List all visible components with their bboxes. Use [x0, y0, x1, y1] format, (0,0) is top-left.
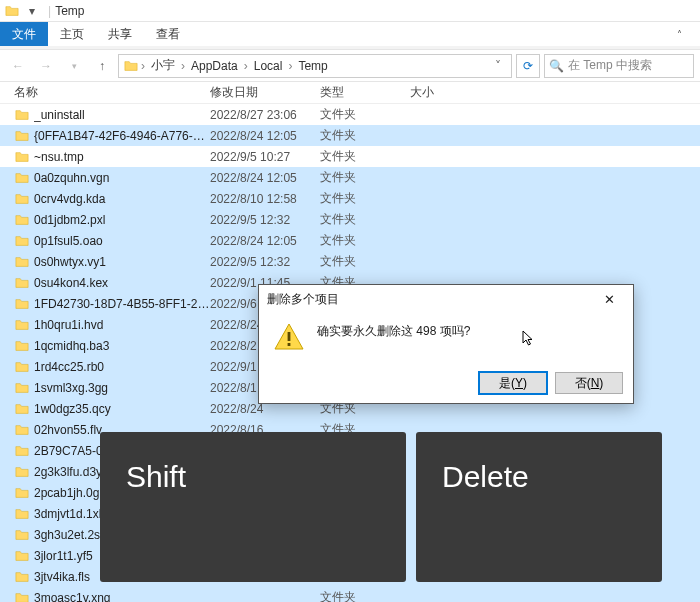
breadcrumb-segment[interactable]: 小宇 [147, 57, 179, 74]
address-dropdown[interactable]: ˅ [489, 59, 507, 73]
tab-file[interactable]: 文件 [0, 22, 48, 46]
folder-icon [14, 569, 30, 585]
close-button[interactable]: ✕ [593, 287, 625, 311]
folder-icon [4, 3, 20, 19]
chevron-right-icon[interactable]: › [181, 59, 185, 73]
folder-icon [14, 527, 30, 543]
header-size[interactable]: 大小 [410, 84, 470, 101]
folder-icon [14, 233, 30, 249]
table-row[interactable]: _uninstall2022/8/27 23:06文件夹 [0, 104, 700, 125]
folder-icon [14, 317, 30, 333]
file-type: 文件夹 [320, 148, 410, 165]
recent-dropdown[interactable]: ▾ [62, 54, 86, 78]
refresh-button[interactable]: ⟳ [516, 54, 540, 78]
search-icon: 🔍 [549, 59, 564, 73]
yes-hotkey: Y [515, 376, 523, 390]
folder-icon [14, 212, 30, 228]
warning-icon [273, 321, 305, 353]
dialog-message: 确实要永久删除这 498 项吗? [317, 321, 470, 340]
header-type[interactable]: 类型 [320, 84, 410, 101]
ribbon-collapse[interactable]: ˄ [677, 22, 700, 46]
folder-icon [14, 275, 30, 291]
table-row[interactable]: 3moasc1y.xnq文件夹 [0, 587, 700, 602]
up-button[interactable]: ↑ [90, 54, 114, 78]
file-name: 1FD42730-18D7-4B55-8FF1-21CB1C9... [34, 297, 210, 311]
search-input[interactable]: 🔍 在 Temp 中搜索 [544, 54, 694, 78]
dialog-footer: 是(Y) 否(N) [259, 363, 633, 403]
header-name[interactable]: 名称 [0, 84, 210, 101]
chevron-right-icon[interactable]: › [141, 59, 145, 73]
table-row[interactable]: {0FFA1B47-42F6-4946-A776-2CA55EC...2022/… [0, 125, 700, 146]
no-button[interactable]: 否(N) [555, 372, 623, 394]
table-row[interactable]: 0crv4vdg.kda2022/8/10 12:58文件夹 [0, 188, 700, 209]
file-name: 0p1fsul5.oao [34, 234, 210, 248]
table-row[interactable]: 0p1fsul5.oao2022/8/24 12:05文件夹 [0, 230, 700, 251]
file-type: 文件夹 [320, 127, 410, 144]
yes-label-post: ) [523, 376, 527, 390]
file-name: 1svml3xg.3gg [34, 381, 210, 395]
window-titlebar: ▾ | Temp [0, 0, 700, 22]
folder-icon [14, 506, 30, 522]
table-row[interactable]: 0a0zquhn.vgn2022/8/24 12:05文件夹 [0, 167, 700, 188]
keycap-shift-label: Shift [126, 460, 186, 494]
file-date: 2022/8/24 12:05 [210, 234, 320, 248]
file-type: 文件夹 [320, 169, 410, 186]
folder-icon [14, 170, 30, 186]
yes-button[interactable]: 是(Y) [479, 372, 547, 394]
dialog-body: 确实要永久删除这 498 项吗? [259, 313, 633, 363]
dialog-title: 删除多个项目 [267, 291, 339, 308]
tab-share[interactable]: 共享 [96, 22, 144, 46]
chevron-right-icon[interactable]: › [244, 59, 248, 73]
folder-icon [14, 590, 30, 603]
chevron-right-icon[interactable]: › [288, 59, 292, 73]
file-date: 2022/8/10 12:58 [210, 192, 320, 206]
keycap-delete-label: Delete [442, 460, 529, 494]
breadcrumb-segment[interactable]: AppData [187, 59, 242, 73]
folder-icon [14, 359, 30, 375]
address-bar[interactable]: › 小宇 › AppData › Local › Temp ˅ [118, 54, 512, 78]
svg-rect-1 [288, 343, 291, 346]
file-date: 2022/9/5 12:32 [210, 213, 320, 227]
header-date[interactable]: 修改日期 [210, 84, 320, 101]
qat-icon[interactable]: ▾ [24, 3, 40, 19]
file-name: _uninstall [34, 108, 210, 122]
dialog-titlebar: 删除多个项目 ✕ [259, 285, 633, 313]
breadcrumb-segment[interactable]: Temp [294, 59, 331, 73]
no-hotkey: N [591, 376, 600, 390]
file-name: 1rd4cc25.rb0 [34, 360, 210, 374]
file-type: 文件夹 [320, 190, 410, 207]
file-type: 文件夹 [320, 232, 410, 249]
table-row[interactable]: ~nsu.tmp2022/9/5 10:27文件夹 [0, 146, 700, 167]
file-name: 0crv4vdg.kda [34, 192, 210, 206]
file-name: 0a0zquhn.vgn [34, 171, 210, 185]
file-date: 2022/9/5 12:32 [210, 255, 320, 269]
back-button[interactable]: ← [6, 54, 30, 78]
separator: | [48, 4, 51, 18]
delete-dialog: 删除多个项目 ✕ 确实要永久删除这 498 项吗? 是(Y) 否(N) [258, 284, 634, 404]
folder-icon [14, 191, 30, 207]
svg-rect-0 [288, 332, 291, 341]
file-type: 文件夹 [320, 253, 410, 270]
file-type: 文件夹 [320, 106, 410, 123]
folder-icon [14, 338, 30, 354]
file-type: 文件夹 [320, 589, 410, 602]
folder-icon [14, 422, 30, 438]
file-name: ~nsu.tmp [34, 150, 210, 164]
file-date: 2022/8/27 23:06 [210, 108, 320, 122]
folder-icon [14, 485, 30, 501]
folder-icon [14, 254, 30, 270]
breadcrumb-segment[interactable]: Local [250, 59, 287, 73]
chevron-up-icon: ˄ [677, 29, 682, 40]
file-date: 2022/9/5 10:27 [210, 150, 320, 164]
forward-button[interactable]: → [34, 54, 58, 78]
keycap-delete: Delete [416, 432, 662, 582]
search-placeholder: 在 Temp 中搜索 [568, 57, 652, 74]
yes-label-pre: 是( [499, 375, 515, 392]
file-name: 0su4kon4.kex [34, 276, 210, 290]
tab-view[interactable]: 查看 [144, 22, 192, 46]
tab-home[interactable]: 主页 [48, 22, 96, 46]
table-row[interactable]: 0s0hwtyx.vy12022/9/5 12:32文件夹 [0, 251, 700, 272]
no-label-post: ) [599, 376, 603, 390]
table-row[interactable]: 0d1jdbm2.pxl2022/9/5 12:32文件夹 [0, 209, 700, 230]
folder-icon [14, 149, 30, 165]
